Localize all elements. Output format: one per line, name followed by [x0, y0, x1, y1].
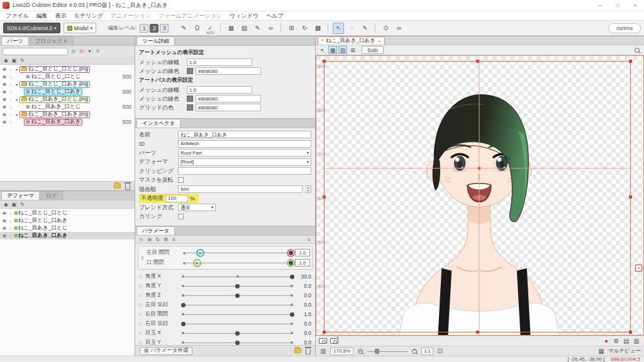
pointer-icon[interactable]: ↖: [318, 46, 327, 54]
deformer-row[interactable]: ◉○▦ねこ_目とじ_口あき: [0, 217, 135, 224]
zoom-slider[interactable]: [367, 348, 408, 354]
lock-icon[interactable]: ▣: [11, 57, 18, 64]
field-input[interactable]: #808080: [196, 67, 261, 75]
filter-icon[interactable]: ▾: [86, 48, 93, 55]
visibility-eye-icon[interactable]: ◉: [1, 74, 8, 79]
field-input[interactable]: 1.0: [187, 86, 252, 94]
red-x-marker[interactable]: ×: [635, 265, 642, 272]
auto-mesh-icon[interactable]: ▧: [238, 23, 250, 34]
resize-handle[interactable]: [629, 331, 632, 334]
param-thumb[interactable]: [235, 284, 240, 288]
visibility-eye-icon[interactable]: ◉: [1, 89, 8, 94]
solo-toggle-icon[interactable]: ○: [8, 211, 14, 216]
tab-parameters[interactable]: パラメータ: [136, 226, 175, 235]
tree-row[interactable]: ◉○▦ねこ_目あき_口あき500: [0, 118, 135, 126]
selection-bbox[interactable]: [324, 61, 631, 332]
tree-row[interactable]: ◉○▦ねこ_目あき_口とじ500: [0, 103, 135, 111]
select-tool-icon[interactable]: ↖: [333, 23, 344, 34]
edit-level-button[interactable]: 3: [160, 24, 169, 33]
culling-checkbox[interactable]: [178, 214, 184, 219]
sort-list-icon[interactable]: ≡: [170, 236, 177, 243]
camera-icon[interactable]: [319, 338, 327, 344]
parameter-value[interactable]: 1.0: [295, 249, 310, 256]
expand-caret-icon[interactable]: ▾: [14, 97, 19, 102]
parameter-value[interactable]: 1.0: [295, 259, 310, 266]
panel-menu-icon[interactable]: ≡: [94, 48, 101, 55]
view-list-icon[interactable]: ▥: [319, 347, 328, 356]
resize-handle[interactable]: [629, 195, 632, 199]
param-thumb[interactable]: [289, 261, 293, 265]
delete-icon[interactable]: [306, 349, 311, 354]
expand-caret-icon[interactable]: ▾: [14, 82, 19, 87]
tree-row[interactable]: ◉○▾ねこ_目あき_口とじ.png: [0, 96, 135, 103]
tree-row[interactable]: ◉○▦ねこ_目とじ_口あき500: [0, 88, 135, 96]
invert-mask-checkbox[interactable]: [178, 177, 184, 183]
solo-toggle-icon[interactable]: ○: [8, 234, 14, 238]
zoom-slider-thumb[interactable]: [375, 349, 379, 354]
menu-item[interactable]: ファイル: [2, 12, 33, 20]
mode-dropdown[interactable]: Model ▾: [64, 23, 96, 33]
parts-select[interactable]: Root Part ▾: [178, 149, 311, 156]
param-slider[interactable]: [183, 329, 292, 337]
visibility-eye-icon[interactable]: ◉: [1, 233, 8, 238]
search-input[interactable]: [3, 48, 68, 55]
param-slider[interactable]: [183, 282, 292, 290]
field-input[interactable]: 1.0: [187, 58, 252, 66]
tree-row[interactable]: ◉○▦ねこ_目とじ_口とじ500: [0, 73, 135, 80]
name-input[interactable]: ねこ_目あき_口あき: [178, 131, 311, 138]
pin-tool-icon[interactable]: ⊙: [380, 23, 391, 34]
nizima-button[interactable]: nizima: [608, 23, 641, 33]
visibility-eye-icon[interactable]: ◉: [1, 67, 8, 72]
solo-toggle-icon[interactable]: ○: [8, 97, 14, 102]
zoom-in-icon[interactable]: [410, 347, 419, 355]
create-parameter-button[interactable]: ⊞ パラメータ作成: [140, 347, 192, 355]
visibility-eye-icon[interactable]: ◉: [1, 104, 8, 109]
minimize-button[interactable]: ─: [591, 0, 609, 11]
tree-item[interactable]: ▦ねこ_目とじ_口あき: [24, 89, 82, 96]
solo-toggle-icon[interactable]: ○: [8, 67, 14, 72]
link-tool-icon[interactable]: ∞: [393, 23, 404, 34]
lasso-tool-icon[interactable]: ◌: [346, 23, 357, 34]
glue-tool-icon[interactable]: ∞: [265, 23, 276, 34]
param-slider[interactable]: [183, 300, 292, 309]
color-swatch[interactable]: [187, 68, 193, 74]
solo-button[interactable]: Solo: [362, 46, 384, 54]
field-input[interactable]: #808080: [196, 104, 261, 111]
camera-add-icon[interactable]: [330, 338, 338, 344]
solo-toggle-icon[interactable]: ○: [8, 90, 14, 94]
stepper-arrows[interactable]: ▲▼: [305, 185, 311, 193]
param-thumb[interactable]: [235, 341, 240, 345]
id-input[interactable]: ArtMesh: [178, 140, 311, 148]
tree-item[interactable]: ねこ_目とじ_口とじ.png: [19, 66, 90, 73]
deformer-panel-tab[interactable]: デフォーマ: [1, 191, 40, 200]
tree-item[interactable]: ▦ねこ_目とじ_口とじ: [24, 74, 82, 80]
grid-toggle-icon[interactable]: ▥: [632, 337, 641, 346]
resize-handle[interactable]: [629, 60, 632, 63]
mesh-edit-icon[interactable]: ▦: [225, 23, 236, 34]
clipping-input[interactable]: [178, 167, 311, 175]
edit-level-button[interactable]: 1: [140, 24, 148, 33]
parts-panel-tab[interactable]: プロジェクト: [30, 36, 74, 45]
color-swatch[interactable]: [187, 104, 193, 111]
zoom-level[interactable]: 170.5%: [330, 348, 353, 355]
eye-icon[interactable]: ◉: [3, 201, 9, 208]
resize-handle[interactable]: [323, 331, 326, 334]
multiview-label[interactable]: マルチビュー: [608, 348, 641, 355]
solo-toggle-icon[interactable]: ○: [8, 120, 14, 124]
settings-gear-icon[interactable]: ⚙: [162, 236, 169, 243]
tree-row[interactable]: ◉○▾ねこ_目あき_口あき.png: [0, 111, 135, 118]
solo-toggle-icon[interactable]: ○: [8, 219, 14, 223]
delete-icon[interactable]: [125, 184, 130, 190]
visibility-eye-icon[interactable]: ◉: [1, 119, 8, 124]
deformer-panel-tab[interactable]: ログ: [40, 191, 62, 200]
multiview-icon[interactable]: ▦: [597, 347, 606, 356]
snap-brush-icon[interactable]: ✎: [178, 23, 189, 34]
rotate-deformer-icon[interactable]: ↻: [299, 23, 310, 34]
pencil-icon[interactable]: ✎: [19, 57, 26, 64]
param-thumb[interactable]: [235, 331, 240, 336]
visibility-eye-icon[interactable]: ◉: [1, 218, 8, 223]
auto-snap-icon[interactable]: ✓AUTO: [204, 23, 216, 34]
create-deformer-icon[interactable]: ⊞: [286, 23, 297, 34]
close-tab-icon[interactable]: ×: [378, 38, 381, 44]
solo-toggle-icon[interactable]: ○: [8, 105, 14, 109]
